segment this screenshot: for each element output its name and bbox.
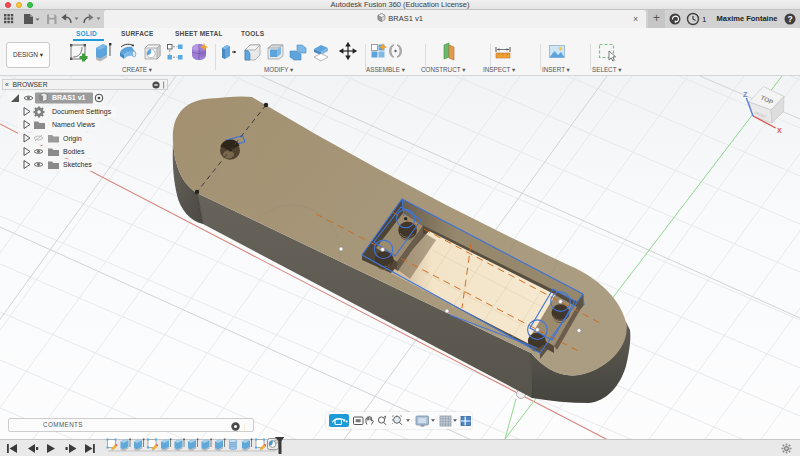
svg-text:?: ? <box>787 14 792 24</box>
svg-text:❘: ❘ <box>242 423 245 431</box>
svg-text:1: 1 <box>702 15 707 24</box>
svg-text:Z: Z <box>743 91 748 98</box>
svg-text:X: X <box>777 127 782 134</box>
